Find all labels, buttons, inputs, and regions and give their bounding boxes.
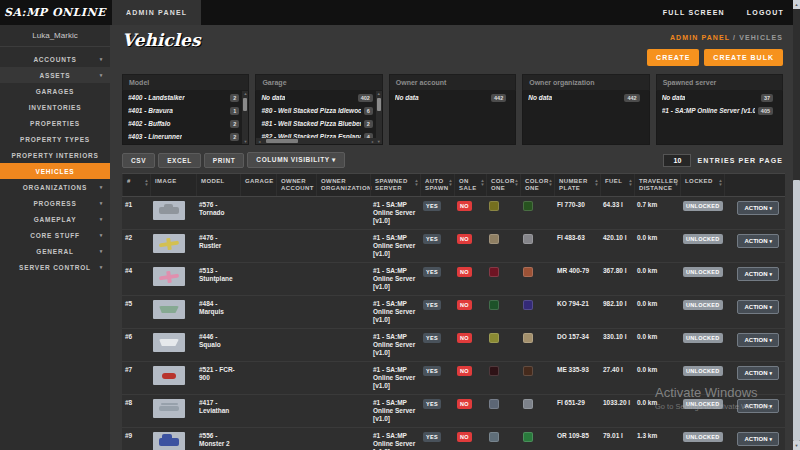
scrollbar-thumb[interactable] (266, 139, 298, 143)
topbar-links: FULL SCREEN LOGOUT (663, 9, 800, 16)
cell-travelled-distance: 0.0 km (634, 395, 680, 427)
admin-panel-button[interactable]: ADMIN PANEL (112, 0, 201, 25)
scrollbar-down-arrow-icon[interactable]: ▼ (793, 441, 800, 450)
scrollbar-thumb[interactable] (793, 180, 800, 441)
action-button[interactable]: ACTION▾ (737, 267, 779, 281)
sort-arrows-icon[interactable]: ▲▼ (674, 179, 679, 187)
action-button[interactable]: ACTION▾ (737, 333, 779, 347)
breadcrumb-admin-panel[interactable]: ADMIN PANEL (670, 34, 730, 41)
cell-number-plate: OR 109-85 (554, 428, 600, 450)
action-button[interactable]: ACTION▾ (737, 201, 779, 215)
column-header-spawned-server[interactable]: SPAWNED SERVER▲▼ (370, 174, 420, 196)
chevron-down-icon: ▾ (769, 403, 772, 409)
vehicle-shape-icon (159, 339, 179, 346)
scrollbar-down-arrow-icon[interactable]: ▼ (377, 139, 381, 144)
sidebar-item-server-control[interactable]: SERVER CONTROL▾ (0, 259, 110, 275)
column-header-auto-spawn[interactable]: AUTO SPAWN▲▼ (420, 174, 454, 196)
vehicle-thumbnail (153, 201, 185, 220)
filter-option[interactable]: No data442 (523, 91, 648, 104)
sidebar-item-assets[interactable]: ASSETS▾ (0, 67, 110, 83)
filter-option[interactable]: #402 - Buffalo2 (123, 117, 248, 130)
column-visibility-button[interactable]: COLUMN VISIBILITY ▾ (247, 152, 345, 168)
column-header-locked[interactable]: LOCKED▲▼ (680, 174, 724, 196)
sidebar-item-accounts[interactable]: ACCOUNTS▾ (0, 51, 110, 67)
page-scrollbar[interactable]: ▲ ▼ (793, 0, 800, 450)
sidebar-item-inventories[interactable]: INVENTORIES (0, 99, 110, 115)
cell-id: #4 (122, 263, 150, 295)
sort-arrows-icon[interactable]: ▲▼ (718, 179, 723, 187)
csv-button[interactable]: CSV (122, 153, 155, 168)
filter-horizontal-scrollbar[interactable]: ◂▸ (256, 138, 375, 144)
column-header-#[interactable]: #▲▼ (122, 174, 150, 196)
scrollbar-thumb[interactable] (377, 98, 381, 111)
sort-arrows-icon[interactable]: ▲▼ (548, 179, 553, 187)
column-header-color-one[interactable]: COLOR ONE▲▼ (486, 174, 520, 196)
sort-arrows-icon[interactable]: ▲▼ (414, 179, 419, 187)
cell-fuel: 420.10 l (600, 230, 634, 262)
sort-arrows-icon[interactable]: ▲▼ (448, 179, 453, 187)
filter-option[interactable]: No data37 (657, 91, 782, 104)
sort-arrows-icon[interactable]: ▲▼ (594, 179, 599, 187)
column-header-number-plate[interactable]: NUMBER PLATE▲▼ (554, 174, 600, 196)
chevron-down-icon: ▾ (769, 436, 772, 442)
sort-arrows-icon[interactable]: ▲▼ (514, 179, 519, 187)
filter-option[interactable]: No data442 (390, 91, 515, 104)
column-header-label: LOCKED (685, 178, 713, 184)
sort-arrows-icon[interactable]: ▲▼ (144, 179, 149, 187)
scrollbar-up-arrow-icon[interactable]: ▲ (242, 91, 248, 96)
scrollbar-down-arrow-icon[interactable]: ▼ (243, 139, 247, 144)
sidebar-item-garages[interactable]: GARAGES (0, 83, 110, 99)
app-logo: SA:MP ONLINE (0, 6, 110, 19)
filter-option[interactable]: #401 - Bravura1 (123, 104, 248, 117)
filter-option[interactable]: #1 - SA:MP Online Server [v1.0]405 (657, 104, 782, 117)
sidebar-item-properties[interactable]: PROPERTIES (0, 115, 110, 131)
color-one-swatch (489, 432, 499, 442)
column-header-on-sale[interactable]: ON SALE▲▼ (454, 174, 486, 196)
full-screen-button[interactable]: FULL SCREEN (663, 9, 725, 16)
sidebar-item-vehicles[interactable]: VEHICLES (0, 163, 110, 179)
excel-button[interactable]: EXCEL (158, 153, 201, 168)
sidebar-item-property-interiors[interactable]: PROPERTY INTERIORS (0, 147, 110, 163)
create-bulk-button[interactable]: CREATE BULK (704, 49, 783, 66)
column-header-fuel[interactable]: FUEL▲▼ (600, 174, 634, 196)
action-button[interactable]: ACTION▾ (737, 432, 779, 446)
action-button-label: ACTION (744, 403, 767, 409)
column-header-travelled-distance[interactable]: TRAVELLED DISTANCE▲▼ (634, 174, 680, 196)
sidebar-item-property-types[interactable]: PROPERTY TYPES (0, 131, 110, 147)
sidebar-item-progress[interactable]: PROGRESS▾ (0, 195, 110, 211)
print-button[interactable]: PRINT (204, 153, 245, 168)
filter-panel-title: Spawned server (656, 74, 783, 91)
color-two-swatch (523, 333, 533, 343)
column-header-color-one[interactable]: COLOR ONE▲▼ (520, 174, 554, 196)
cell-owner-account (276, 329, 316, 361)
filter-option[interactable]: #400 - Landstalker2 (123, 91, 248, 104)
action-button[interactable]: ACTION▾ (737, 234, 779, 248)
sidebar-item-general[interactable]: GENERAL▾ (0, 243, 110, 259)
entries-per-page-input[interactable] (663, 154, 691, 167)
cell-travelled-distance: 0.7 km (634, 197, 680, 229)
sort-arrows-icon[interactable]: ▲▼ (628, 179, 633, 187)
scrollbar-left-arrow-icon[interactable]: ◂ (258, 139, 260, 144)
action-button[interactable]: ACTION▾ (737, 300, 779, 314)
filter-option[interactable]: #403 - Linerunner2 (123, 130, 248, 143)
scrollbar-up-arrow-icon[interactable]: ▲ (793, 0, 800, 9)
sidebar-item-gameplay[interactable]: GAMEPLAY▾ (0, 211, 110, 227)
action-button[interactable]: ACTION▾ (737, 399, 779, 413)
cell-model: #417 - Leviathan (196, 395, 240, 427)
logout-button[interactable]: LOGOUT (747, 9, 784, 16)
create-button[interactable]: CREATE (647, 49, 699, 66)
filter-vertical-scrollbar[interactable]: ▲▼ (242, 91, 248, 144)
sidebar-item-organizations[interactable]: ORGANIZATIONS▾ (0, 179, 110, 195)
filter-option[interactable]: #81 - Well Stacked Pizza Blueberry2 (256, 117, 381, 130)
filter-vertical-scrollbar[interactable]: ▲▼ (376, 91, 382, 144)
sidebar-item-core-stuff[interactable]: CORE STUFF▾ (0, 227, 110, 243)
filter-option[interactable]: #404 - Perennial1 (123, 143, 248, 145)
sort-arrows-icon[interactable]: ▲▼ (480, 179, 485, 187)
filter-option[interactable]: No data402 (256, 91, 381, 104)
scrollbar-right-arrow-icon[interactable]: ▸ (372, 139, 374, 144)
action-button[interactable]: ACTION▾ (737, 366, 779, 380)
cell-action: ACTION▾ (724, 197, 785, 229)
filter-option[interactable]: #80 - Well Stacked Pizza Idlewood6 (256, 104, 381, 117)
scrollbar-up-arrow-icon[interactable]: ▲ (376, 91, 382, 96)
scrollbar-thumb[interactable] (243, 98, 247, 111)
